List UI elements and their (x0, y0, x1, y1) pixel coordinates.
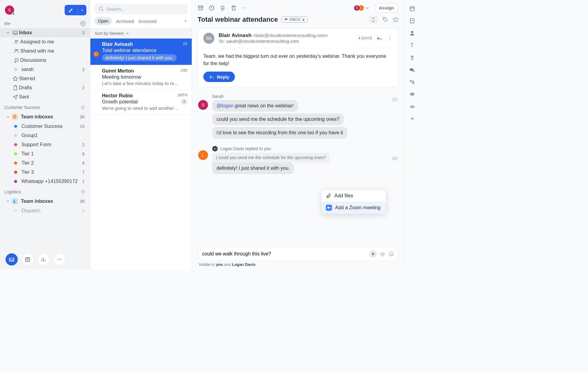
user-icon (13, 39, 20, 45)
nav-sarah[interactable]: sarah 3 (0, 65, 90, 74)
composer-input[interactable] (202, 251, 366, 257)
svg-point-0 (82, 23, 84, 24)
conversation-item[interactable]: L Blair Avinash1D Total webinar attendan… (90, 39, 192, 65)
conversation-list: Search... Open Archived Snoozed Sort by … (90, 0, 192, 269)
conversation-title: Total webinar attendance (198, 16, 278, 24)
chevron-down-icon (4, 199, 12, 203)
chat-app-icon[interactable] (409, 67, 415, 73)
sidebar-item[interactable]: Tier 16 (0, 149, 90, 158)
chevron-right-icon[interactable] (184, 19, 187, 23)
avatar: BA (203, 33, 214, 44)
bell-icon[interactable] (220, 5, 226, 11)
section-me-title: Me (4, 21, 10, 26)
tab-archived[interactable]: Archived (116, 19, 134, 24)
comment-composer[interactable]: @ (198, 247, 399, 261)
assign-button[interactable]: Assign (374, 3, 399, 13)
sidebar-item[interactable]: Customer Success10 (0, 122, 90, 131)
nav-shared[interactable]: Shared with me (0, 46, 90, 56)
nav-cs-team[interactable]: C Team inboxes 30 (0, 112, 90, 122)
assistant-app-icon[interactable] (409, 55, 415, 61)
avatar: L (198, 150, 208, 160)
participants[interactable]: S L (354, 5, 369, 11)
nav-starred[interactable]: Starred (0, 74, 90, 83)
team-badge: L (12, 198, 18, 204)
svg-point-22 (390, 36, 390, 37)
reply-arrow-icon[interactable] (376, 35, 383, 41)
add-app-icon[interactable] (409, 116, 415, 121)
chevron-down-icon[interactable] (78, 5, 86, 15)
more-vertical-icon[interactable] (387, 35, 393, 41)
person-app-icon[interactable] (409, 30, 415, 36)
send-icon (12, 94, 19, 100)
hubspot-app-icon[interactable] (409, 79, 415, 85)
app-icon[interactable] (409, 104, 415, 110)
tab-snoozed[interactable]: Snoozed (138, 19, 156, 24)
more-button[interactable] (53, 253, 66, 266)
nav-sent[interactable]: Sent (0, 92, 90, 102)
trash-icon[interactable] (231, 5, 237, 11)
avatar: L (93, 51, 99, 57)
analytics-button[interactable] (37, 253, 50, 266)
nav-drafts[interactable]: Drafts 2 (0, 83, 90, 92)
visibility-note: Visible to you and Logan Davis (192, 262, 404, 269)
calendar-view-button[interactable]: 31 (21, 253, 34, 266)
nav-inbox-label: Inbox (19, 30, 82, 35)
plus-icon[interactable] (369, 250, 377, 258)
sidebar-item[interactable]: Whatsapp +141553901721 (0, 177, 90, 186)
nav-inbox[interactable]: Inbox 3 (0, 28, 90, 37)
team-badge: C (12, 114, 18, 120)
emoji-icon[interactable] (389, 251, 394, 257)
user-avatar[interactable]: S (5, 6, 14, 15)
add-zoom-item[interactable]: Add a Zoom meeting (322, 202, 386, 214)
salesforce-app-icon[interactable] (409, 91, 415, 98)
sidebar-item[interactable]: Tier 37 (0, 168, 90, 177)
svg-point-35 (410, 80, 411, 81)
search-input[interactable]: Search... (95, 4, 187, 14)
contacts-app-icon[interactable] (409, 18, 415, 24)
avatar: S (198, 100, 208, 110)
chevron-down-icon (4, 115, 12, 119)
pencil-icon[interactable] (65, 5, 78, 15)
comment-bubble: definitely! I just shared it with you. (212, 162, 294, 174)
conversation-item[interactable]: Gunni Merton24D Meeting tomorrow Let's t… (90, 65, 192, 90)
expand-icon[interactable] (369, 16, 378, 24)
mention-icon[interactable]: @ (380, 251, 385, 257)
inbox-view-button[interactable] (6, 253, 18, 266)
nav-assigned[interactable]: Assigned to me (0, 37, 90, 46)
sidebar-item[interactable]: Support Form2 (0, 140, 90, 149)
gear-icon[interactable] (80, 21, 86, 26)
email-message: BA Blair Avinash <blair@cloudcontentcons… (198, 28, 399, 87)
text-app-icon[interactable]: T (410, 42, 414, 49)
reply-button[interactable]: Reply (203, 72, 235, 82)
nav-log-team[interactable]: L Team inboxes 26 (0, 196, 90, 206)
nav-inbox-count: 3 (82, 30, 86, 35)
archive-icon[interactable] (198, 5, 204, 11)
nav-discussions[interactable]: Discussions (0, 56, 90, 65)
tag-icon[interactable] (382, 17, 388, 23)
svg-point-1 (15, 40, 17, 42)
sidebar-item[interactable]: Group1 (0, 131, 90, 140)
gear-icon[interactable] (80, 189, 86, 195)
sidebar-item[interactable]: Tier 24 (0, 158, 90, 168)
snooze-icon[interactable] (209, 5, 215, 11)
nav-dispatch[interactable]: Dispatch 2 (0, 206, 90, 215)
svg-point-20 (246, 7, 247, 8)
svg-point-15 (99, 7, 103, 10)
add-files-item[interactable]: Add files (322, 190, 386, 202)
sort-dropdown[interactable]: Sort by Newest (90, 28, 192, 39)
compose-button[interactable] (65, 5, 86, 15)
tab-open[interactable]: Open (95, 17, 112, 25)
calendar-app-icon[interactable] (409, 6, 415, 12)
email-body: Team, we had the biggest turn out ever o… (198, 48, 398, 72)
more-icon[interactable] (242, 5, 248, 11)
star-icon (12, 76, 19, 81)
chevron-down-icon (366, 6, 369, 10)
inbox-icon (12, 30, 19, 35)
svg-rect-25 (327, 207, 330, 209)
star-icon[interactable] (393, 17, 399, 23)
svg-point-8 (17, 60, 17, 60)
comment-time: 1D (392, 156, 398, 161)
gear-icon[interactable] (80, 105, 86, 110)
conversation-item[interactable]: Hector Rubio1MTH Growth potential2 We're… (90, 90, 192, 115)
quoted-comment: | could you send me the schedule for the… (212, 153, 330, 162)
